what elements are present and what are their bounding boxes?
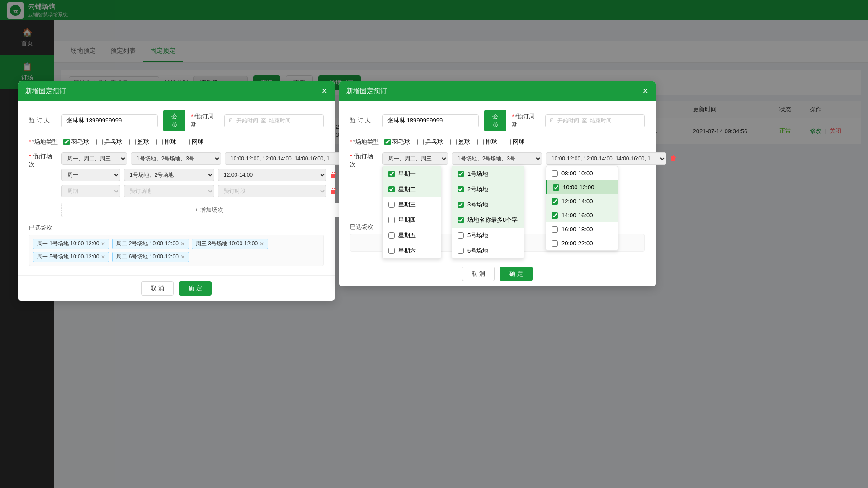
times-select-3-left[interactable]: 预订时段 xyxy=(218,185,326,197)
weekday-item-wed[interactable]: 星期三 xyxy=(383,197,441,212)
venues-select-2-left[interactable]: 1号场地、2号场地 xyxy=(124,169,214,181)
delete-row-2-left[interactable]: 🗑 xyxy=(330,171,337,179)
tag-5-close-left[interactable]: ✕ xyxy=(180,254,185,260)
tag-4-left: 周一 5号场地 10:00-12:00 ✕ xyxy=(33,252,109,262)
time-item-4[interactable]: 14:00-16:00 xyxy=(546,208,618,222)
cb-tabletennis-left[interactable]: 乒乓球 xyxy=(96,138,122,146)
time-item-3[interactable]: 12:00-14:00 xyxy=(546,194,618,208)
period-end-left: 结束时间 xyxy=(269,117,291,125)
time-4-label: 14:00-16:00 xyxy=(561,212,593,219)
delete-row-3-left[interactable]: 🗑 xyxy=(330,187,337,195)
member-button-right[interactable]: 会员 xyxy=(484,110,506,131)
time-item-1[interactable]: 08:00-10:00 xyxy=(546,166,618,180)
modal-right-title: 新增固定预订 xyxy=(346,87,387,95)
modal-left-title: 新增固定预订 xyxy=(25,87,66,95)
time-item-5[interactable]: 16:00-18:00 xyxy=(546,222,618,236)
weekday-item-tue[interactable]: 星期二 xyxy=(383,182,441,197)
selected-section-left: 已选场次 周一 1号场地 10:00-12:00 ✕ 周二 2号场地 10:00… xyxy=(29,224,324,266)
venues-select-3-left[interactable]: 预订场地 xyxy=(124,185,214,197)
schedule-section-right: 周一、周二、周三... 星期一 星期二 星期三 星期四 星期五 星期六 xyxy=(382,152,677,169)
venue-item-5[interactable]: 5号场地 xyxy=(452,228,524,243)
checkbox-row-left: 羽毛球 乒乓球 篮球 排球 网球 xyxy=(63,138,203,146)
date-range-left[interactable]: 🗓 开始时间 至 结束时间 xyxy=(224,114,324,127)
time-item-6[interactable]: 20:00-22:00 xyxy=(546,236,618,250)
venue-1-label: 1号场地 xyxy=(467,170,488,178)
venue-type-label-right: *场地类型 xyxy=(350,138,379,146)
schedule-row-2-left: 周一 1号场地、2号场地 12:00-14:00 🗑 xyxy=(61,169,356,181)
weeks-select-3-left[interactable]: 周期 xyxy=(61,185,120,197)
cb-tabletennis-right[interactable]: 乒乓球 xyxy=(417,138,443,146)
schedule-section-left: 周一、周二、周三... 1号场地、2号场地、3号... 10:00-12:00,… xyxy=(61,152,356,217)
member-button-left[interactable]: 会员 xyxy=(163,110,185,131)
venue-item-4[interactable]: 场地名称最多8个字 xyxy=(452,212,524,228)
time-1-label: 08:00-10:00 xyxy=(561,170,593,177)
tag-2-close-left[interactable]: ✕ xyxy=(180,241,185,247)
cb-badminton-left[interactable]: 羽毛球 xyxy=(63,138,89,146)
time-item-2[interactable]: 10:00-12:00 xyxy=(546,180,618,194)
weekday-fri-label: 星期五 xyxy=(398,231,416,239)
venue-item-6[interactable]: 6号场地 xyxy=(452,243,524,258)
weekday-item-fri[interactable]: 星期五 xyxy=(383,228,441,243)
time-5-label: 16:00-18:00 xyxy=(561,226,593,233)
confirm-button-left[interactable]: 确 定 xyxy=(179,281,212,296)
weekday-item-mon[interactable]: 星期一 xyxy=(383,166,441,182)
venue-item-3[interactable]: 3号场地 xyxy=(452,197,524,212)
venues-select-1-left[interactable]: 1号场地、2号场地、3号... xyxy=(131,152,221,165)
tag-4-close-left[interactable]: ✕ xyxy=(101,254,105,260)
modal-left-close-button[interactable]: ✕ xyxy=(321,87,327,95)
venue-5-label: 5号场地 xyxy=(467,231,488,239)
weekday-item-thu[interactable]: 星期四 xyxy=(383,212,441,228)
tag-1-left: 周一 1号场地 10:00-12:00 ✕ xyxy=(33,239,109,249)
cancel-button-right[interactable]: 取 消 xyxy=(462,267,495,281)
period-start-left: 开始时间 xyxy=(236,117,258,125)
delete-row-right[interactable]: 🗑 xyxy=(670,155,677,163)
date-range-right[interactable]: 🗓 开始时间 至 结束时间 xyxy=(545,114,645,127)
venue-dropdown: 1号场地 2号场地 3号场地 场地名称最多8个字 5号场地 6号场地 xyxy=(452,166,524,259)
selected-label-left: 已选场次 xyxy=(29,224,56,232)
tag-3-close-left[interactable]: ✕ xyxy=(259,241,264,247)
modal-left-body: 预 订 人 会员 *预订周期 🗓 开始时间 至 结束时间 *场地类型 羽毛球 乒… xyxy=(18,101,335,275)
add-row-button-left[interactable]: + 增加场次 xyxy=(61,203,356,217)
weeks-select-right[interactable]: 周一、周二、周三... xyxy=(382,152,448,165)
cb-tennis-right[interactable]: 网球 xyxy=(505,138,524,146)
modal-left-header: 新增固定预订 ✕ xyxy=(18,81,335,101)
booker-label-right: 预 订 人 xyxy=(350,117,377,125)
modal-right-close-button[interactable]: ✕ xyxy=(642,87,648,95)
confirm-button-right[interactable]: 确 定 xyxy=(500,267,533,281)
tag-1-close-left[interactable]: ✕ xyxy=(101,241,105,247)
times-select-right[interactable]: 10:00-12:00, 12:00-14:00, 14:00-16:00, 1… xyxy=(546,152,666,165)
modal-right-footer: 取 消 确 定 xyxy=(339,261,656,286)
selected-label-right: 已选场次 xyxy=(350,223,377,231)
modal-left: 新增固定预订 ✕ 预 订 人 会员 *预订周期 🗓 开始时间 至 结束时间 *场… xyxy=(18,81,335,301)
time-dropdown: 08:00-10:00 10:00-12:00 12:00-14:00 14:0… xyxy=(546,166,618,251)
weekday-item-sat[interactable]: 星期六 xyxy=(383,243,441,258)
weekday-mon-label: 星期一 xyxy=(398,170,416,178)
cancel-button-left[interactable]: 取 消 xyxy=(141,281,174,296)
venues-select-right[interactable]: 1号场地、2号场地、3号... xyxy=(452,152,542,165)
cb-volleyball-left[interactable]: 排球 xyxy=(156,138,176,146)
venue-type-row-left: *场地类型 羽毛球 乒乓球 篮球 排球 网球 xyxy=(29,138,324,146)
cb-volleyball-right[interactable]: 排球 xyxy=(477,138,497,146)
venue-item-1[interactable]: 1号场地 xyxy=(452,166,524,182)
time-2-label: 10:00-12:00 xyxy=(563,184,594,191)
tag-3-left: 周三 3号场地 10:00-12:00 ✕ xyxy=(192,239,268,249)
time-3-label: 12:00-14:00 xyxy=(561,198,593,205)
booker-input-right[interactable] xyxy=(382,114,479,127)
weekday-sat-label: 星期六 xyxy=(398,247,416,255)
cb-basketball-left[interactable]: 篮球 xyxy=(129,138,149,146)
booker-input[interactable] xyxy=(61,114,158,127)
weeks-dropdown-container: 周一、周二、周三... 星期一 星期二 星期三 星期四 星期五 星期六 xyxy=(382,152,448,165)
period-end-right: 结束时间 xyxy=(590,117,612,125)
cb-badminton-right[interactable]: 羽毛球 xyxy=(384,138,410,146)
cb-tennis-left[interactable]: 网球 xyxy=(184,138,203,146)
times-select-2-left[interactable]: 12:00-14:00 xyxy=(218,169,326,181)
cb-basketball-right[interactable]: 篮球 xyxy=(450,138,470,146)
times-select-1-left[interactable]: 10:00-12:00, 12:00-14:00, 14:00-16:00, 1… xyxy=(225,152,345,165)
schedule-label-right: *预订场次 xyxy=(350,152,377,169)
period-label-left: *预订周期 xyxy=(191,113,219,129)
period-start-right: 开始时间 xyxy=(557,117,579,125)
venue-item-2[interactable]: 2号场地 xyxy=(452,182,524,197)
time-dropdown-container: 10:00-12:00, 12:00-14:00, 14:00-16:00, 1… xyxy=(546,152,666,165)
weeks-select-2-left[interactable]: 周一 xyxy=(61,169,120,181)
weeks-select-1-left[interactable]: 周一、周二、周三... xyxy=(61,152,127,165)
